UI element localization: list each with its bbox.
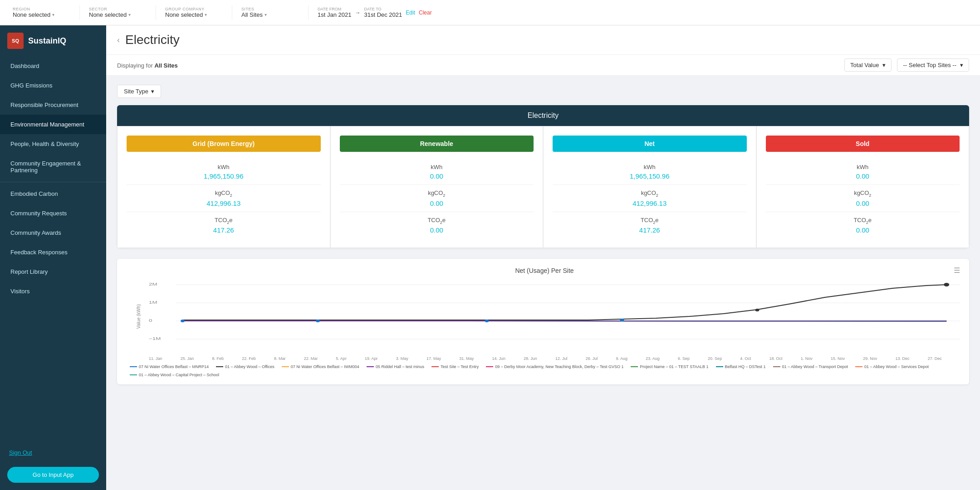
chart-x-tick: 25. Jan xyxy=(181,356,194,361)
legend-color-line xyxy=(431,366,439,367)
select-top-sites-dropdown[interactable]: -- Select Top Sites -- ▾ xyxy=(897,58,969,72)
legend-color-line xyxy=(282,366,289,367)
date-from-value: 1st Jan 2021 xyxy=(318,11,351,18)
sector-label: SECTOR xyxy=(89,7,150,11)
sidebar-logo: SQ SustainIQ xyxy=(0,25,106,56)
legend-item: 05 Riddel Hall – test minus xyxy=(367,364,424,369)
legend-label: Belfast HQ – DSTest 1 xyxy=(725,364,766,369)
legend-label: 01 – Abbey Wood – Transport Depot xyxy=(782,364,848,369)
displaying-sites: All Sites xyxy=(154,62,177,69)
legend-item: Test Site – Test Entry xyxy=(431,364,479,369)
sector-select[interactable]: None selected ▾ xyxy=(89,11,150,18)
page-title: Electricity xyxy=(125,33,180,47)
renewable-tco2e-value: 0.00 xyxy=(340,226,534,234)
sidebar-item-procurement[interactable]: Responsible Procurement xyxy=(0,95,106,115)
back-button[interactable]: ‹ xyxy=(117,35,120,45)
net-kgco2-value: 412,996.13 xyxy=(553,199,747,207)
sector-filter[interactable]: SECTOR None selected ▾ xyxy=(83,5,156,20)
sidebar-item-feedback[interactable]: Feedback Responses xyxy=(0,243,106,262)
group-company-label: GROUP COMPANY xyxy=(165,7,226,11)
chart-x-tick: 15. Nov xyxy=(831,356,845,361)
top-filter-bar: REGION None selected ▾ SECTOR None selec… xyxy=(0,0,980,25)
sidebar-item-community[interactable]: Community Engagement & Partnering xyxy=(0,154,106,180)
net-header: Net xyxy=(553,136,747,152)
svg-point-12 xyxy=(755,309,760,311)
brown-kwh-value: 1,965,150.96 xyxy=(127,172,321,180)
renewable-tco2e-row: TCO2e 0.00 xyxy=(340,212,534,239)
brown-kgco2-value: 412,996.13 xyxy=(127,199,321,207)
chart-x-tick: 8. Mar xyxy=(274,356,286,361)
sidebar-item-env-mgmt[interactable]: Environmental Management xyxy=(0,115,106,134)
chart-x-tick: 29. Nov xyxy=(863,356,877,361)
date-from-label: DATE FROM xyxy=(318,7,351,11)
legend-color-line xyxy=(773,366,780,367)
date-edit-button[interactable]: Edit xyxy=(406,10,415,16)
sidebar-item-visitors[interactable]: Visitors xyxy=(0,281,106,301)
sidebar-item-dashboard[interactable]: Dashboard xyxy=(0,56,106,76)
region-filter[interactable]: REGION None selected ▾ xyxy=(7,5,80,20)
renewable-kgco2-label: kgCO2 xyxy=(340,189,534,198)
sold-kgco2-value: 0.00 xyxy=(766,199,960,207)
chart-x-tick: 1. Nov xyxy=(801,356,813,361)
date-clear-button[interactable]: Clear xyxy=(419,10,432,16)
chart-svg: 2M 1M 0 −1M xyxy=(126,280,960,353)
chart-x-tick: 31. May xyxy=(459,356,474,361)
legend-label: 05 Riddel Hall – test minus xyxy=(376,364,424,369)
total-value-dropdown[interactable]: Total Value ▾ xyxy=(844,58,892,72)
sidebar-item-people[interactable]: People, Health & Diversity xyxy=(0,134,106,154)
legend-item: Belfast HQ – DSTest 1 xyxy=(716,364,766,369)
site-type-filter-btn[interactable]: Site Type ▾ xyxy=(117,85,161,98)
brown-tco2e-label: TCO2e xyxy=(127,217,321,225)
svg-text:1M: 1M xyxy=(149,300,157,304)
sidebar-item-awards[interactable]: Community Awards xyxy=(0,223,106,243)
displaying-info: Displaying for All Sites xyxy=(117,61,178,69)
chart-x-tick: 17. May xyxy=(426,356,441,361)
chart-x-tick: 14. Jun xyxy=(492,356,505,361)
main-content: ‹ Electricity Displaying for All Sites T… xyxy=(106,25,980,490)
chart-x-tick: 5. Apr xyxy=(336,356,347,361)
go-to-input-button[interactable]: Go to Input App xyxy=(7,467,99,483)
chart-legend: 07 Ni Water Offices Belfast – MNRP1401 –… xyxy=(126,364,960,377)
sector-chevron-icon: ▾ xyxy=(128,12,131,17)
site-type-chevron-icon: ▾ xyxy=(151,88,154,95)
group-company-select[interactable]: None selected ▾ xyxy=(165,11,226,18)
sidebar-item-embodied[interactable]: Embodied Carbon xyxy=(0,184,106,204)
chart-x-tick: 12. Jul xyxy=(555,356,568,361)
chart-x-tick: 28. Jun xyxy=(524,356,537,361)
sites-filter[interactable]: SITES All Sites ▾ xyxy=(236,5,309,20)
legend-color-line xyxy=(855,366,862,367)
group-company-chevron-icon: ▾ xyxy=(205,12,207,17)
svg-point-13 xyxy=(944,283,949,286)
top-sites-chevron-icon: ▾ xyxy=(960,62,963,68)
sidebar-item-report[interactable]: Report Library xyxy=(0,262,106,281)
chart-x-labels: 11. Jan25. Jan8. Feb22. Feb8. Mar22. Mar… xyxy=(126,356,960,361)
legend-label: 09 – Derby Moor Academy, New Teaching Bl… xyxy=(495,364,623,369)
sidebar-item-requests[interactable]: Community Requests xyxy=(0,204,106,223)
page-header: ‹ Electricity xyxy=(106,25,980,55)
net-kgco2-row: kgCO2 412,996.13 xyxy=(553,185,747,212)
date-to-block: DATE TO 31st Dec 2021 xyxy=(364,7,402,18)
legend-color-line xyxy=(216,366,223,367)
chart-menu-icon[interactable]: ☰ xyxy=(954,266,960,275)
net-kwh-row: kWh 1,965,150.96 xyxy=(553,159,747,185)
region-select[interactable]: None selected ▾ xyxy=(13,11,74,18)
chart-x-tick: 19. Apr xyxy=(365,356,378,361)
total-value-chevron-icon: ▾ xyxy=(882,62,886,68)
chart-x-tick: 26. Jul xyxy=(586,356,598,361)
brown-energy-header: Grid (Brown Energy) xyxy=(127,136,321,152)
svg-text:−1M: −1M xyxy=(149,336,161,340)
svg-point-9 xyxy=(316,320,320,322)
app-name: SustainIQ xyxy=(28,36,66,46)
sites-select[interactable]: All Sites ▾ xyxy=(241,11,303,18)
sign-out-link[interactable]: Sign Out xyxy=(0,446,106,460)
sold-tco2e-label: TCO2e xyxy=(766,217,960,225)
chart-x-tick: 4. Oct xyxy=(740,356,751,361)
sold-kwh-label: kWh xyxy=(766,164,960,170)
legend-color-line xyxy=(130,374,137,375)
date-arrow-icon: → xyxy=(355,10,360,16)
net-tco2e-value: 417.26 xyxy=(553,226,747,234)
sidebar-item-ghg[interactable]: GHG Emissions xyxy=(0,76,106,95)
brown-kgco2-row: kgCO2 412,996.13 xyxy=(127,185,321,212)
group-company-filter[interactable]: GROUP COMPANY None selected ▾ xyxy=(160,5,232,20)
net-kwh-value: 1,965,150.96 xyxy=(553,172,747,180)
